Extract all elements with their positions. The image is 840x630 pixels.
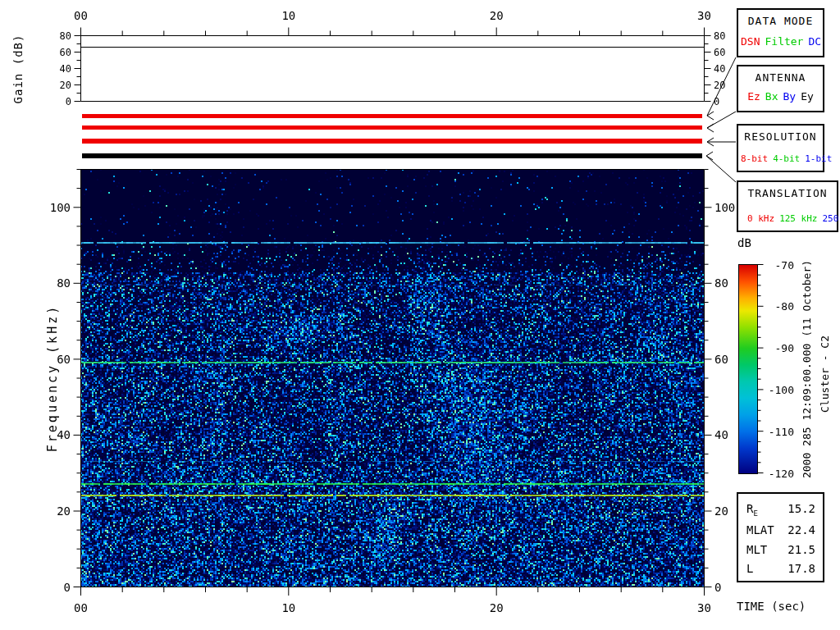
gain-ytick-label: 0 <box>66 97 71 107</box>
panel-option: 4-bit <box>773 153 800 164</box>
freq-ytick-label-right: 0 <box>714 582 721 593</box>
time-tick-label-top: 30 <box>697 10 711 21</box>
antenna-status-bar <box>82 126 702 130</box>
antenna-panel-title: ANTENNA <box>738 66 823 84</box>
time-axis-label: TIME (sec) <box>737 600 806 613</box>
gain-ytick-label: 20 <box>60 80 71 90</box>
ephemeris-label: MLAT <box>746 523 774 538</box>
data-mode-panel: DATA MODE DSNFilterDC <box>737 8 824 57</box>
antenna-panel: ANTENNA EzBxByEy <box>737 65 824 112</box>
gain-axis-label: Gain (dB) <box>11 34 25 104</box>
colorbar-tick-label: -70 <box>775 259 794 270</box>
time-tick-label-bottom: 30 <box>697 602 711 614</box>
spacecraft-label: Cluster - C2 <box>819 336 831 413</box>
data-mode-options: DSNFilterDC <box>738 34 823 49</box>
colorbar-unit-label: dB <box>737 236 751 249</box>
freq-ytick-label: 100 <box>50 202 71 213</box>
resolution-panel: RESOLUTION 8-bit4-bit1-bit <box>737 124 824 172</box>
gain-ytick-label: 80 <box>60 31 71 41</box>
antenna-options: EzBxByEy <box>738 89 823 104</box>
panel-option: 1-bit <box>805 153 832 164</box>
resolution-options: 8-bit4-bit1-bit <box>738 153 823 166</box>
gain-ytick-label-right: 20 <box>714 80 725 90</box>
ephemeris-row: MLT21.5 <box>738 541 823 560</box>
gain-ytick-label-right: 80 <box>714 31 725 41</box>
panel-option: Bx <box>765 90 778 103</box>
time-tick-label-top: 00 <box>74 10 88 21</box>
spectrogram-canvas <box>80 169 704 587</box>
gain-ytick-label-right: 0 <box>714 97 719 107</box>
ephemeris-row: RE15.2 <box>738 500 823 521</box>
panel-option: 125 kHz <box>779 213 817 224</box>
resolution-status-bar <box>82 139 702 144</box>
panel-option: By <box>783 90 797 103</box>
freq-ytick-label-right: 40 <box>714 429 728 441</box>
freq-ytick-label-right: 100 <box>714 202 735 213</box>
time-tick-label-top: 20 <box>490 10 504 21</box>
freq-ytick-label: 60 <box>57 354 71 365</box>
time-tick-label-bottom: 10 <box>281 602 295 614</box>
translation-panel-title: TRANSLATION <box>738 182 837 199</box>
gain-ytick-label: 60 <box>60 48 71 57</box>
translation-status-bar <box>82 153 702 158</box>
ephemeris-label: MLT <box>746 543 767 558</box>
ephemeris-label: RE <box>746 502 758 518</box>
ephemeris-row: L17.8 <box>738 559 823 579</box>
ephemeris-value: 22.4 <box>788 523 815 538</box>
freq-ytick-label-right: 20 <box>714 505 728 517</box>
panel-option: DSN <box>741 35 760 48</box>
ephemeris-label: L <box>746 562 753 577</box>
data-mode-status-bar <box>82 114 702 118</box>
ephemeris-value: 17.8 <box>788 562 815 577</box>
gain-ytick-label: 40 <box>60 64 71 74</box>
freq-ytick-label-right: 60 <box>714 354 728 365</box>
ephemeris-box: RE15.2MLAT22.4MLT21.5L17.8 <box>737 492 824 582</box>
ephemeris-row: MLAT22.4 <box>738 521 823 541</box>
panel-option: 250 kHz <box>822 213 840 224</box>
ephemeris-value: 21.5 <box>788 543 815 558</box>
colorbar <box>738 264 758 474</box>
timestamp-label: 2000 285 12:09:00.000 (11 October) <box>801 260 813 478</box>
translation-panel: TRANSLATION 0 kHz125 kHz250 kHz500 kHz <box>737 180 838 232</box>
freq-ytick-label: 40 <box>57 429 71 441</box>
panel-option: DC <box>808 35 821 48</box>
wbd-spectrogram-display: Gain (dB) Frequency (kHz) DATA MODE DSNF… <box>0 0 840 630</box>
colorbar-tick-label: -100 <box>769 384 794 395</box>
freq-ytick-label: 80 <box>57 277 71 289</box>
ephemeris-value: 15.2 <box>788 502 815 518</box>
panel-option: 8-bit <box>741 153 768 164</box>
colorbar-tick-label: -90 <box>775 343 794 354</box>
gain-ytick-label-right: 40 <box>714 64 725 74</box>
colorbar-tick-label: -110 <box>769 426 794 436</box>
time-tick-label-bottom: 00 <box>74 602 88 614</box>
panel-option: 0 kHz <box>747 213 774 224</box>
freq-ytick-label: 20 <box>57 505 71 517</box>
panel-option: Ey <box>801 90 814 103</box>
time-tick-label-top: 10 <box>281 10 295 21</box>
resolution-panel-title: RESOLUTION <box>738 126 823 143</box>
time-tick-label-bottom: 20 <box>490 602 504 614</box>
freq-ytick-label-right: 80 <box>714 277 728 289</box>
data-mode-panel-title: DATA MODE <box>738 10 823 27</box>
panel-option: Ez <box>747 90 760 103</box>
freq-ytick-label: 0 <box>64 582 71 593</box>
gain-ytick-label-right: 60 <box>714 48 725 57</box>
translation-options: 0 kHz125 kHz250 kHz500 kHz <box>738 213 837 226</box>
panel-option: Filter <box>765 35 803 48</box>
colorbar-tick-label: -120 <box>769 468 794 478</box>
colorbar-tick-label: -80 <box>775 301 794 312</box>
